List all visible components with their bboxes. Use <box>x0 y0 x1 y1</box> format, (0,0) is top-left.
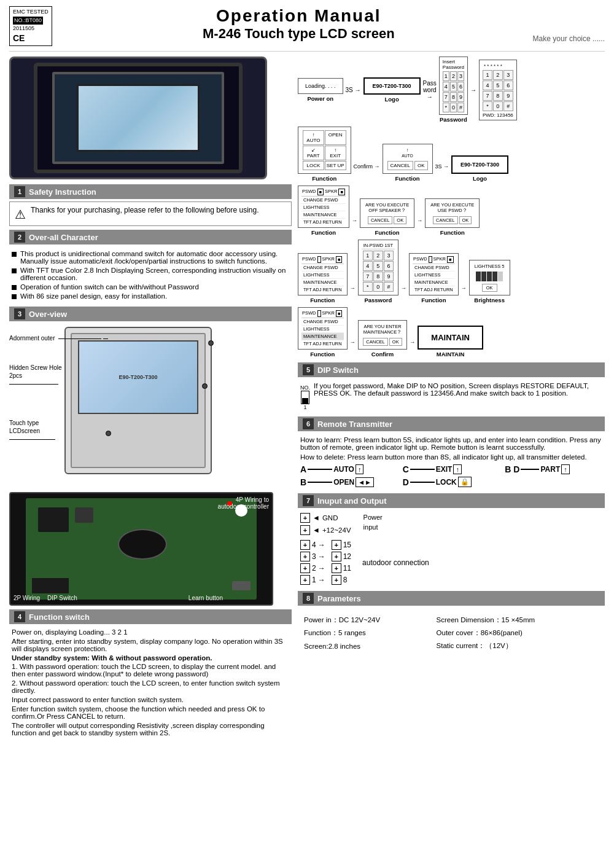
confirm-arrow: Confirm → <box>354 163 380 170</box>
screen-confirm: ↑AUTO CANCEL OK <box>383 144 433 174</box>
screen-loading-wrap: Loading. . . . Power on <box>298 78 343 102</box>
maintain-spkr-box: ■ <box>336 310 343 317</box>
maintain-ok-btn[interactable]: OK <box>389 338 402 346</box>
in-pswd-label: IN-PSWD 1ST <box>362 242 395 249</box>
s1-title: Safety Instruction <box>29 187 96 197</box>
usepswd-cancel[interactable]: CANCEL <box>433 216 457 224</box>
label-open: OPEN <box>333 478 354 487</box>
pwd-key-5: 5 <box>493 80 503 90</box>
ad-row-r8: + 8 <box>332 575 351 585</box>
pk-1: 1 <box>363 251 373 260</box>
ad-num-11: 11 <box>343 564 351 573</box>
flow-row-1: Loading. . . . Power on 3S → E90-T200-T3… <box>298 57 605 123</box>
func-open: OPEN <box>325 130 346 145</box>
pswd-spkr-row: PSWD ■ SPKR ■ <box>301 188 346 197</box>
time-arrow-3s: 3S → <box>435 163 449 170</box>
stars-row: * * * * * * <box>483 62 513 70</box>
pk-6: 6 <box>384 261 394 271</box>
section-7-header: 7 Inuput and Output <box>298 493 605 508</box>
main-title: Operation Manual <box>64 6 533 26</box>
pk-2: 2 <box>373 251 383 260</box>
ad-row-2: + 2 → <box>300 563 325 573</box>
screen-maintain-result: MAINTAIN <box>418 326 483 350</box>
ad-plus-3: + <box>300 552 310 561</box>
brightness-bars <box>473 270 507 283</box>
char-text-3: Operation of funtion switch can be with/… <box>20 283 199 291</box>
ad-arrow-2: → <box>318 564 325 573</box>
ad-num-3: 3 <box>312 552 316 561</box>
usepswd-buttons: CANCEL OK <box>429 215 476 225</box>
ok-btn[interactable]: OK <box>414 161 428 170</box>
ad-arrow-3: → <box>318 552 325 561</box>
ad-row-3: + 3 → <box>300 552 325 561</box>
maintain-cancel-btn[interactable]: CANCEL <box>363 338 387 346</box>
fs-p3-title: Under standby system: With & without pas… <box>12 654 289 662</box>
device-model-label: E90-T200-T300 <box>119 374 157 380</box>
bar-5 <box>498 272 503 281</box>
ad-plus-1: + <box>300 575 310 585</box>
device-lcd: E90-T200-T300 <box>78 340 198 414</box>
fs-p2: After starting, enter into standby syste… <box>12 638 289 652</box>
arrow-24v: ◄ <box>313 526 320 534</box>
s1-number: 1 <box>14 186 25 197</box>
ad-row-r15: + 15 <box>332 540 351 550</box>
pk-5: 5 <box>373 261 383 271</box>
ad-plus-8: + <box>332 575 341 585</box>
tft2-adj: TFT ADJ <box>303 287 321 292</box>
ad-num-15: 15 <box>343 541 351 549</box>
pwd-value: PWD: 123456 <box>483 112 513 118</box>
s3-number: 3 <box>14 308 25 319</box>
s5-number: 5 <box>303 364 314 375</box>
dip-content: NO. 1 If you forget password, Make DIP t… <box>298 380 605 413</box>
brightness-ok-btn[interactable]: OK <box>482 284 497 292</box>
dot-outer <box>208 340 214 346</box>
func-setup: SET UP <box>325 161 346 170</box>
cancel-btn[interactable]: CANCEL <box>387 161 413 170</box>
insert-pass-label-row: InsertPassword <box>443 59 464 70</box>
spkr3-box: ■ <box>447 256 454 263</box>
s8-number: 8 <box>303 593 314 604</box>
icon-part: ↑ <box>561 464 570 474</box>
pcb-round <box>118 529 167 560</box>
label-func1: Function <box>298 175 351 182</box>
label-exit: EXIT <box>436 465 453 474</box>
usepswd-ok[interactable]: OK <box>459 216 472 224</box>
ce-mark: CE <box>13 33 49 44</box>
ad-num-1: 1 <box>312 576 316 584</box>
pwd-key-3: 3 <box>503 70 513 80</box>
pass-arrow-wrap: Pass word → <box>423 80 437 100</box>
label-func6: Function <box>298 297 348 303</box>
section-6-header: 6 Remote Transmitter <box>298 416 605 431</box>
flow-row-4-content: PSWD SPKR ■ CHANGE PSWD LIGHTNESS MAINTE… <box>298 240 605 303</box>
s2-title: Over-all Character <box>29 233 98 242</box>
remote-c-exit: C EXIT ↑ <box>403 464 500 474</box>
pcb-label-dip: DIP Switch <box>47 595 77 601</box>
screen-pswd3: PSWD SPKR ■ CHANGE PSWD LIGHTNESS MAINTE… <box>409 253 459 295</box>
spkr-ok[interactable]: OK <box>394 216 406 224</box>
pcb-board <box>26 498 257 600</box>
screen-maintain-result-wrap: MAINTAIN MAINTAIN <box>418 326 483 358</box>
bar-2 <box>481 272 486 281</box>
ad-plus-4: + <box>300 540 310 550</box>
screw-text-2: 2pcs <box>9 372 62 380</box>
label-func7: Function <box>409 297 459 303</box>
screen-brightness-wrap: LIGHTNESS 5 OK <box>469 260 510 303</box>
pwd-key-hash: # <box>503 101 513 111</box>
ad-row-1: + 1 → <box>300 575 325 585</box>
usepswd-question: ARE YOU EXECUTEUSE PSWD？ <box>429 201 476 215</box>
spkr2-box: ■ <box>336 256 343 263</box>
s6-title: Remote Transmitter <box>317 420 392 429</box>
letter-a: A <box>300 464 306 474</box>
char-item-2: With TFT true Color 2.8 Inch Displaying … <box>12 267 289 281</box>
pcb-label-learn: Learn button <box>188 595 223 601</box>
spkr-label-1: SPKR <box>325 189 337 195</box>
ad-plus-2: + <box>300 563 310 573</box>
key-grid-pwd: 1 2 3 4 5 6 7 8 9 * 0 # <box>483 70 513 111</box>
spkr-cancel[interactable]: CANCEL <box>368 216 392 224</box>
warning-icon: ⚠ <box>15 207 26 222</box>
pk-4: 4 <box>363 261 373 271</box>
adornment-line <box>58 338 101 339</box>
pass-arrow: → <box>427 93 433 100</box>
pswd-checkbox: ■ <box>317 189 324 195</box>
param-left-1: Power in：DC 12V~24V <box>301 614 433 626</box>
